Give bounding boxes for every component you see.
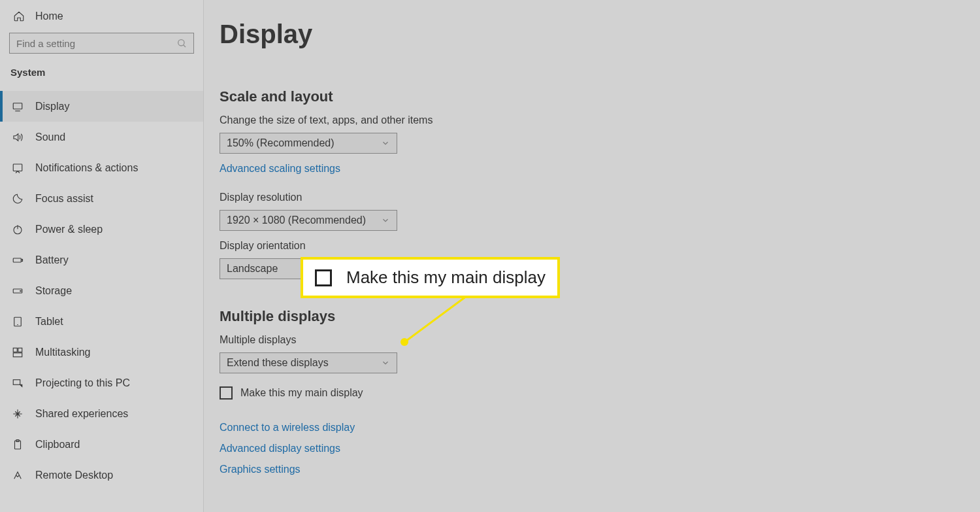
multitasking-icon [12, 347, 24, 358]
sidebar-item-multitasking[interactable]: Multitasking [0, 337, 203, 367]
search-wrap [0, 30, 203, 60]
page-title: Display [220, 20, 980, 49]
sidebar-item-label: Battery [35, 254, 69, 266]
sound-icon [12, 131, 24, 143]
advanced-display-link[interactable]: Advanced display settings [220, 443, 980, 454]
search-input[interactable] [16, 38, 176, 49]
chevron-down-icon [381, 216, 390, 225]
multiple-displays-heading: Multiple displays [220, 308, 980, 325]
text-size-label: Change the size of text, apps, and other… [220, 114, 980, 126]
sidebar-item-notifications[interactable]: Notifications & actions [0, 152, 203, 183]
battery-icon [12, 254, 24, 266]
sidebar-item-power-sleep[interactable]: Power & sleep [0, 214, 203, 245]
sidebar-item-label: Sound [35, 131, 65, 143]
multiple-displays-combo[interactable]: Extend these displays [220, 352, 397, 373]
sidebar-item-label: Projecting to this PC [35, 377, 130, 389]
storage-icon [12, 285, 24, 297]
svg-rect-7 [13, 258, 21, 262]
sidebar: Home System Display Sound Notifications … [0, 0, 204, 512]
connect-wireless-link[interactable]: Connect to a wireless display [220, 422, 980, 434]
resolution-label: Display resolution [220, 192, 980, 203]
display-icon [12, 101, 24, 112]
sidebar-home-label: Home [35, 10, 63, 22]
power-icon [12, 224, 24, 235]
graphics-settings-link[interactable]: Graphics settings [220, 464, 980, 475]
sidebar-item-label: Shared experiences [35, 408, 128, 420]
sidebar-item-label: Storage [35, 285, 72, 297]
notifications-icon [12, 162, 24, 174]
shared-experiences-icon [12, 408, 24, 420]
multiple-displays-label: Multiple displays [220, 334, 980, 346]
svg-point-10 [20, 290, 22, 292]
search-input-container[interactable] [9, 33, 194, 54]
resolution-combo[interactable]: 1920 × 1080 (Recommended) [220, 210, 397, 231]
sidebar-item-label: Clipboard [35, 439, 80, 451]
svg-rect-15 [13, 352, 22, 356]
clipboard-icon [12, 439, 24, 451]
svg-rect-8 [22, 259, 23, 261]
sidebar-section-title: System [0, 60, 203, 82]
sidebar-item-focus-assist[interactable]: Focus assist [0, 183, 203, 214]
main-content: Display Windows HD Color settings Scale … [204, 0, 980, 512]
sidebar-item-remote-desktop[interactable]: Remote Desktop [0, 460, 203, 490]
svg-rect-4 [13, 164, 22, 171]
chevron-down-icon [381, 358, 390, 367]
multiple-displays-value: Extend these displays [227, 357, 329, 369]
svg-rect-13 [13, 348, 17, 352]
sidebar-home[interactable]: Home [0, 3, 203, 30]
projecting-icon [12, 377, 24, 389]
focus-assist-icon [12, 193, 24, 205]
sidebar-item-projecting[interactable]: Projecting to this PC [0, 367, 203, 398]
svg-rect-2 [13, 103, 22, 109]
sidebar-item-label: Multitasking [35, 347, 90, 358]
sidebar-item-battery[interactable]: Battery [0, 245, 203, 275]
callout-text: Make this my main display [346, 267, 546, 288]
svg-point-0 [178, 40, 184, 46]
sidebar-item-label: Power & sleep [35, 224, 103, 235]
advanced-scaling-link[interactable]: Advanced scaling settings [220, 163, 980, 175]
sidebar-item-label: Focus assist [35, 193, 93, 205]
svg-rect-16 [13, 379, 20, 384]
tablet-icon [12, 316, 24, 328]
text-size-value: 150% (Recommended) [227, 137, 335, 149]
callout-checkbox-icon [315, 269, 332, 286]
orientation-value: Landscape [227, 263, 278, 275]
sidebar-item-clipboard[interactable]: Clipboard [0, 429, 203, 460]
orientation-label: Display orientation [220, 240, 980, 252]
svg-line-1 [184, 45, 186, 47]
resolution-value: 1920 × 1080 (Recommended) [227, 214, 366, 226]
checkbox-icon [220, 386, 233, 400]
search-icon [176, 38, 187, 48]
sidebar-item-tablet[interactable]: Tablet [0, 306, 203, 337]
sidebar-item-display[interactable]: Display [0, 91, 203, 122]
scale-heading: Scale and layout [220, 88, 980, 105]
callout-dot [400, 338, 408, 346]
sidebar-item-sound[interactable]: Sound [0, 122, 203, 152]
text-size-combo[interactable]: 150% (Recommended) [220, 133, 397, 154]
chevron-down-icon [381, 139, 390, 148]
sidebar-item-label: Display [35, 101, 69, 112]
sidebar-item-label: Notifications & actions [35, 162, 138, 174]
main-display-checkbox-label: Make this my main display [240, 387, 363, 399]
sidebar-item-storage[interactable]: Storage [0, 275, 203, 306]
sidebar-nav: Display Sound Notifications & actions Fo… [0, 91, 203, 490]
svg-rect-14 [18, 348, 22, 352]
remote-desktop-icon [12, 469, 24, 481]
home-icon [13, 10, 25, 22]
sidebar-item-label: Remote Desktop [35, 469, 113, 481]
main-display-checkbox-row[interactable]: Make this my main display [220, 386, 980, 400]
sidebar-item-label: Tablet [35, 316, 63, 328]
sidebar-item-shared-experiences[interactable]: Shared experiences [0, 398, 203, 429]
hd-color-link[interactable]: Windows HD Color settings [220, 52, 980, 60]
callout-popup: Make this my main display [301, 257, 560, 298]
